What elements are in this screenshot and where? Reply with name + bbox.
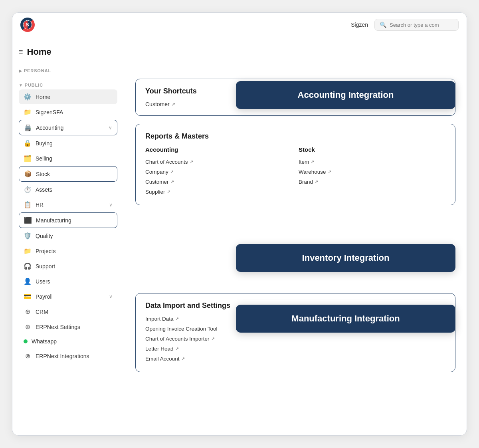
report-company[interactable]: Company ↗	[145, 167, 292, 177]
sidebar-item-buying-label: Buying	[36, 140, 113, 147]
home-icon: ⚙️	[24, 93, 32, 101]
buying-icon: 🔒	[24, 139, 32, 147]
sidebar-item-hr[interactable]: 📋 HR ∨	[19, 197, 117, 212]
import-data-label: Import Data	[145, 316, 174, 322]
user-name-label: Sigzen	[351, 22, 368, 28]
accounting-column: Accounting Chart of Accounts ↗ Company ↗…	[145, 146, 292, 197]
reports-masters-title: Reports & Masters	[145, 132, 445, 141]
personal-label: ▶ PERSONAL	[19, 65, 117, 75]
sidebar-item-sigzensfa[interactable]: 📁 SigzenSFA	[19, 105, 117, 119]
support-icon: 🎧	[24, 262, 32, 270]
manufacturing-integration-tooltip: Manufacturing Integration	[236, 305, 455, 333]
sidebar-item-erpnext-settings-label: ERPNext Settings	[36, 324, 113, 330]
hamburger-icon[interactable]: ≡	[19, 48, 23, 56]
report-warehouse-arrow: ↗	[328, 169, 331, 174]
accounting-chevron-icon: ∨	[109, 125, 112, 131]
sidebar-item-payroll-label: Payroll	[36, 293, 105, 300]
manufacturing-icon: ⬛	[24, 216, 32, 224]
sidebar-item-support-label: Support	[36, 263, 113, 270]
coa-importer-arrow: ↗	[211, 336, 215, 341]
report-item-arrow: ↗	[311, 159, 314, 165]
report-warehouse[interactable]: Warehouse ↗	[299, 167, 445, 177]
report-item[interactable]: Item ↗	[299, 157, 445, 167]
projects-icon: 📁	[24, 247, 32, 255]
sidebar-public-section: ▼ PUBLIC ⚙️ Home 📁 SigzenSFA 🖨️ Accounti…	[12, 78, 124, 365]
sidebar-personal-section: ▶ PERSONAL	[12, 63, 124, 76]
coa-importer-item[interactable]: Chart of Accounts Importer ↗	[145, 334, 445, 344]
svg-text:S: S	[26, 22, 29, 28]
payroll-icon: 💳	[24, 293, 32, 300]
reports-masters-section: Reports & Masters Accounting Chart of Ac…	[135, 124, 455, 205]
sidebar-item-selling[interactable]: 🗂️ Selling	[19, 151, 117, 166]
sidebar-item-stock[interactable]: 📦 Stock	[19, 166, 117, 182]
app-container: S Sigzen 🔍 ≡ Home ▶ PERSONAL	[12, 12, 467, 436]
public-label: ▼ PUBLIC	[19, 79, 117, 89]
stock-column-title: Stock	[299, 146, 445, 153]
report-brand-arrow: ↗	[315, 179, 318, 184]
coa-importer-label: Chart of Accounts Importer	[145, 336, 210, 342]
report-brand[interactable]: Brand ↗	[299, 177, 445, 187]
email-account-item[interactable]: Email Account ↗	[145, 354, 445, 364]
content-area: Accounting Integration Your Shortcuts Cu…	[124, 37, 467, 435]
topnav: S Sigzen 🔍	[12, 13, 467, 37]
sidebar-item-stock-label: Stock	[36, 171, 112, 177]
sidebar-item-crm[interactable]: ⊕ CRM	[19, 304, 117, 319]
sidebar-item-assets[interactable]: ⏱️ Assets	[19, 182, 117, 197]
report-supplier-arrow: ↗	[167, 189, 170, 194]
sidebar: ≡ Home ▶ PERSONAL ▼ PUBLIC ⚙️ Home	[12, 37, 124, 435]
sidebar-item-buying[interactable]: 🔒 Buying	[19, 136, 117, 151]
whatsapp-icon	[24, 339, 28, 343]
sidebar-item-accounting[interactable]: 🖨️ Accounting ∨	[19, 120, 117, 135]
shortcut-customer[interactable]: Customer ↗	[145, 101, 245, 107]
inventory-integration-tooltip: Inventory Integration	[236, 244, 455, 272]
sidebar-item-erpnext-integrations[interactable]: ⊗ ERPNext Integrations	[19, 349, 117, 363]
sidebar-item-projects[interactable]: 📁 Projects	[19, 244, 117, 258]
sidebar-item-sigzensfa-label: SigzenSFA	[36, 109, 113, 115]
import-data-arrow: ↗	[175, 316, 179, 321]
sidebar-item-quality[interactable]: 🛡️ Quality	[19, 228, 117, 243]
sidebar-header: ≡ Home	[12, 44, 124, 63]
report-company-label: Company	[145, 169, 168, 175]
report-customer-arrow: ↗	[170, 179, 174, 184]
erpnext-settings-icon: ⊕	[24, 323, 32, 331]
report-customer[interactable]: Customer ↗	[145, 177, 292, 187]
sidebar-item-home[interactable]: ⚙️ Home	[19, 89, 117, 104]
hr-icon: 📋	[24, 201, 32, 208]
email-account-label: Email Account	[145, 356, 180, 362]
report-supplier[interactable]: Supplier ↗	[145, 187, 292, 197]
sidebar-item-whatsapp[interactable]: Whatsapp	[19, 335, 117, 348]
main-layout: ≡ Home ▶ PERSONAL ▼ PUBLIC ⚙️ Home	[12, 37, 467, 435]
logo-icon: S	[20, 18, 35, 32]
letter-head-arrow: ↗	[175, 346, 179, 351]
crm-icon: ⊕	[24, 308, 32, 315]
topnav-left: S	[20, 18, 35, 32]
sidebar-item-payroll[interactable]: 💳 Payroll ∨	[19, 289, 117, 304]
search-bar[interactable]: 🔍	[374, 19, 459, 31]
sidebar-item-users[interactable]: 👤 Users	[19, 274, 117, 289]
sidebar-item-manufacturing-label: Manufacturing	[36, 217, 112, 224]
erpnext-integrations-icon: ⊗	[24, 352, 32, 360]
sidebar-item-crm-label: CRM	[36, 309, 113, 315]
accounting-integration-tooltip: Accounting Integration	[236, 81, 455, 109]
report-chart-of-accounts[interactable]: Chart of Accounts ↗	[145, 157, 292, 167]
sidebar-item-selling-label: Selling	[36, 155, 113, 162]
sidebar-item-assets-label: Assets	[36, 186, 113, 193]
sidebar-item-erpnext-settings[interactable]: ⊕ ERPNext Settings	[19, 319, 117, 334]
sidebar-item-manufacturing[interactable]: ⬛ Manufacturing	[19, 212, 117, 228]
report-company-arrow: ↗	[170, 169, 174, 174]
search-icon: 🔍	[380, 22, 386, 28]
sidebar-item-home-label: Home	[36, 94, 113, 100]
sidebar-item-support[interactable]: 🎧 Support	[19, 259, 117, 274]
sidebar-item-accounting-label: Accounting	[36, 125, 105, 131]
shortcut-customer-label: Customer	[145, 101, 170, 107]
topnav-right: Sigzen 🔍	[351, 19, 459, 31]
accounting-icon: 🖨️	[24, 124, 32, 131]
sidebar-item-whatsapp-label: Whatsapp	[32, 338, 113, 345]
email-account-arrow: ↗	[181, 356, 185, 361]
hr-chevron-icon: ∨	[109, 202, 113, 208]
letter-head-item[interactable]: Letter Head ↗	[145, 344, 445, 354]
search-input[interactable]	[390, 22, 453, 28]
payroll-chevron-icon: ∨	[109, 294, 113, 299]
shortcut-customer-arrow: ↗	[171, 101, 175, 107]
sidebar-item-erpnext-integrations-label: ERPNext Integrations	[36, 353, 113, 359]
